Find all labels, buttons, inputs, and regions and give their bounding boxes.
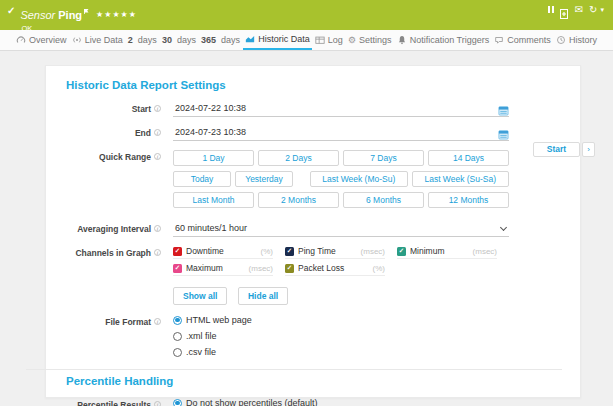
- hide-all-button[interactable]: Hide all: [238, 287, 288, 305]
- tab-2-days[interactable]: 2days: [126, 30, 159, 50]
- averaging-interval-label: Averaging Interval: [77, 224, 151, 234]
- quick-range-yesterday-button[interactable]: Yesterday: [235, 171, 293, 187]
- quick-range-14-days-button[interactable]: 14 Days: [428, 150, 509, 166]
- channels-in-graph-label: Channels in Graph: [75, 248, 151, 258]
- checkbox-checked-icon[interactable]: [173, 247, 182, 256]
- tab-live-data[interactable]: Live Data: [70, 30, 125, 50]
- gauge-icon: [16, 35, 26, 45]
- quick-range-last-week-su-sa-button[interactable]: Last Week (Su-Sa): [412, 171, 510, 187]
- tab-bar: Overview Live Data 2days 30days 365days …: [0, 30, 613, 51]
- averaging-interval-row: Averaging Intervali 60 minutes/1 hour: [66, 222, 560, 237]
- radio-icon[interactable]: [173, 348, 182, 357]
- flag-icon: [84, 4, 89, 16]
- prtg-sensor-page: ✓ SensorPing★★★★★ OK ✉ ↻ ▾ Overview Live…: [0, 0, 613, 406]
- file-format-option-html[interactable]: HTML web page: [173, 315, 509, 325]
- historic-data-settings-card: Historic Data Report Settings Starti 202…: [45, 65, 581, 398]
- channel-downtime: Downtime (%): [173, 246, 273, 259]
- bell-icon: [397, 35, 407, 45]
- percentile-results-row: Percentile Resultsi Do not show percenti…: [66, 398, 560, 406]
- file-format-label: File Format: [105, 317, 151, 327]
- sensor-status-header: ✓ SensorPing★★★★★ OK ✉ ↻ ▾: [0, 0, 613, 30]
- sensor-title: SensorPing★★★★★: [20, 4, 137, 21]
- quick-range-2-months-button[interactable]: 2 Months: [258, 192, 339, 208]
- start-button-arrow[interactable]: ›: [582, 142, 595, 157]
- radio-selected-icon[interactable]: [173, 316, 182, 325]
- quick-range-12-months-button[interactable]: 12 Months: [428, 192, 509, 208]
- quick-range-last-month-button[interactable]: Last Month: [173, 192, 254, 208]
- section-title-percentile-handling: Percentile Handling: [66, 375, 560, 387]
- pause-icon[interactable]: [548, 6, 554, 13]
- info-icon[interactable]: i: [154, 105, 161, 112]
- tab-365-days[interactable]: 365days: [199, 30, 242, 50]
- tab-log[interactable]: Log: [313, 30, 345, 50]
- section-title-report-settings: Historic Data Report Settings: [66, 79, 560, 91]
- file-format-option-csv[interactable]: .csv file: [173, 347, 509, 357]
- tab-notification-triggers[interactable]: Notification Triggers: [395, 30, 492, 50]
- area-chart-icon: [245, 34, 255, 44]
- show-all-button[interactable]: Show all: [173, 287, 227, 305]
- speech-bubble-icon: [494, 35, 504, 45]
- file-format-option-xml[interactable]: .xml file: [173, 331, 509, 341]
- start-split-button: Start ›: [533, 142, 595, 157]
- start-label: Start: [132, 104, 151, 114]
- channels-in-graph-row: Channels in Graphi Downtime (%) Ping Tim…: [66, 246, 560, 305]
- priority-stars[interactable]: ★★★★★: [96, 10, 137, 19]
- channel-maximum: Maximum (msec): [173, 263, 273, 276]
- quick-range-7-days-button[interactable]: 7 Days: [343, 150, 424, 166]
- sensor-title-block: ✓ SensorPing★★★★★ OK: [7, 0, 137, 30]
- tab-settings[interactable]: ⚙ Settings: [346, 30, 394, 50]
- file-format-row: File Formati HTML web page .xml file .cs…: [66, 315, 560, 363]
- checkbox-checked-icon[interactable]: [285, 247, 294, 256]
- info-icon[interactable]: i: [154, 249, 161, 256]
- quick-range-row: Quick Rangei 1 Day 2 Days 7 Days 14 Days…: [66, 150, 560, 213]
- start-row: Starti 2024-07-22 10:38: [66, 102, 560, 117]
- envelope-icon[interactable]: ✉: [575, 5, 583, 15]
- calendar-icon[interactable]: [498, 126, 509, 144]
- tab-comments[interactable]: Comments: [492, 30, 553, 50]
- info-icon[interactable]: i: [154, 225, 161, 232]
- end-row: Endi 2024-07-23 10:38: [66, 126, 560, 141]
- gear-icon: ⚙: [348, 35, 356, 45]
- header-action-icons: ✉ ↻ ▾: [548, 0, 604, 30]
- info-icon[interactable]: i: [154, 318, 161, 325]
- checkbox-checked-icon[interactable]: [397, 247, 406, 256]
- averaging-interval-select[interactable]: 60 minutes/1 hour: [173, 222, 509, 237]
- end-date-input[interactable]: 2024-07-23 10:38: [173, 126, 509, 141]
- channel-packet-loss: Packet Loss (%): [285, 263, 385, 276]
- tab-overview[interactable]: Overview: [14, 30, 69, 50]
- sensor-type-label: Sensor: [20, 9, 55, 21]
- refresh-icon[interactable]: ↻: [589, 5, 597, 15]
- quick-range-today-button[interactable]: Today: [173, 171, 231, 187]
- document-plus-icon[interactable]: [560, 5, 569, 23]
- info-icon[interactable]: i: [154, 129, 161, 136]
- quick-range-last-week-mo-su-button[interactable]: Last Week (Mo-Su): [310, 171, 408, 187]
- section-divider: [26, 369, 562, 370]
- quick-range-2-days-button[interactable]: 2 Days: [258, 150, 339, 166]
- checkbox-checked-icon[interactable]: [173, 264, 182, 273]
- start-date-input[interactable]: 2024-07-22 10:38: [173, 102, 509, 117]
- percentile-results-label: Percentile Results: [77, 400, 151, 406]
- tab-30-days[interactable]: 30days: [160, 30, 198, 50]
- caret-down-icon[interactable]: ▾: [600, 5, 604, 15]
- check-icon: ✓: [7, 5, 15, 30]
- sensor-name[interactable]: Ping: [58, 9, 82, 21]
- clock-icon: [556, 35, 566, 45]
- start-button[interactable]: Start: [533, 142, 580, 157]
- quick-range-1-day-button[interactable]: 1 Day: [173, 150, 254, 166]
- tab-historic-data[interactable]: Historic Data: [243, 30, 312, 50]
- percentile-option-do-not-show[interactable]: Do not show percentiles (default): [173, 398, 509, 406]
- quick-range-label: Quick Range: [99, 152, 151, 162]
- info-icon[interactable]: i: [154, 153, 161, 160]
- radio-icon[interactable]: [173, 332, 182, 341]
- channel-ping-time: Ping Time (msec): [285, 246, 385, 259]
- live-signal-icon: [72, 35, 82, 45]
- table-icon: [315, 35, 325, 45]
- calendar-icon[interactable]: [498, 102, 509, 120]
- end-label: End: [135, 128, 151, 138]
- checkbox-checked-icon[interactable]: [285, 264, 294, 273]
- radio-selected-icon[interactable]: [173, 399, 182, 406]
- quick-range-6-months-button[interactable]: 6 Months: [343, 192, 424, 208]
- info-icon[interactable]: i: [154, 401, 161, 406]
- channel-minimum: Minimum (msec): [397, 246, 497, 259]
- tab-history[interactable]: History: [554, 30, 599, 50]
